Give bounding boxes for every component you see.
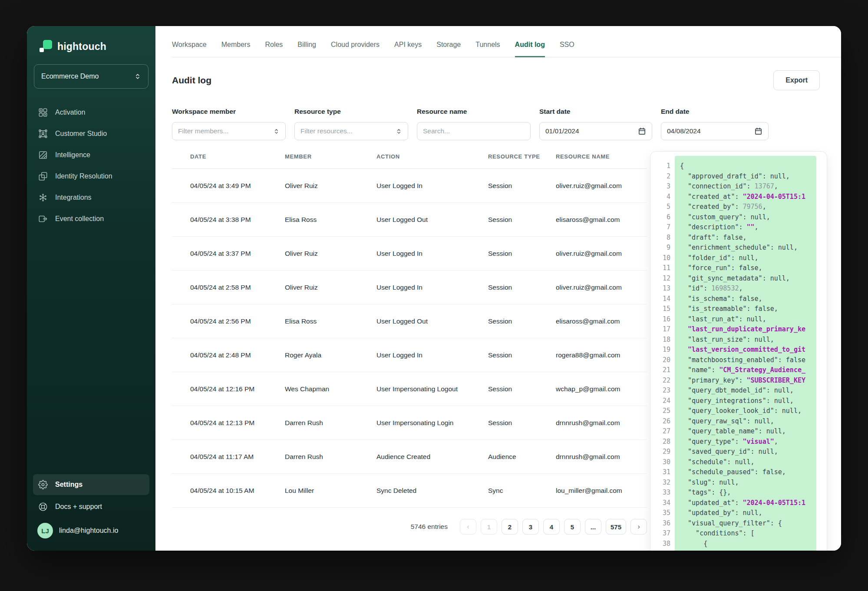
cell-resource-type: Session <box>488 317 556 325</box>
resource-type-select[interactable]: Filter resources... <box>294 122 408 140</box>
cell-member: Oliver Ruiz <box>285 284 376 291</box>
tab-roles[interactable]: Roles <box>265 41 283 57</box>
sidebar-item-integrations[interactable]: Integrations <box>33 187 149 208</box>
page-button-1[interactable]: 1 <box>481 519 497 535</box>
code-line: "query_type": "visual", <box>680 437 816 447</box>
prev-page-button[interactable]: ‹ <box>460 519 476 535</box>
workspace-member-select[interactable]: Filter members... <box>172 122 286 140</box>
tab-workspace[interactable]: Workspace <box>172 41 207 57</box>
tab-members[interactable]: Members <box>221 41 251 57</box>
cell-date: 04/05/24 at 3:49 PM <box>190 182 285 190</box>
table-row[interactable]: 04/05/24 at 12:13 PMDarren RushUser Impe… <box>172 406 647 440</box>
sidebar-item-settings[interactable]: Settings <box>33 474 149 495</box>
audit-entry-json-panel[interactable]: 1234567891011121314151617181920212223242… <box>650 151 827 551</box>
table-row[interactable]: 04/05/24 at 3:38 PMElisa RossUser Logged… <box>172 203 647 237</box>
cell-action: User Logged In <box>376 250 488 258</box>
code-line: "primary_key": "SUBSCRIBER_KEY <box>680 376 816 386</box>
column-header-resource-name: RESOURCE NAME <box>556 153 647 160</box>
page-button-575[interactable]: 575 <box>606 519 626 535</box>
code-line: "query_looker_look_id": null, <box>680 406 816 416</box>
code-line: "is_schema": false, <box>680 294 816 304</box>
code-line: "updated_at": "2024-04-05T15:1 <box>680 498 816 508</box>
activation-icon <box>38 108 48 117</box>
identity-resolution-icon <box>38 172 48 181</box>
table-body: 04/05/24 at 3:49 PMOliver RuizUser Logge… <box>172 169 647 508</box>
cell-resource-type: Session <box>488 216 556 224</box>
ellipsis-button[interactable]: ... <box>585 519 601 535</box>
sidebar-item-label: Integrations <box>55 194 92 201</box>
hightouch-logo[interactable]: hightouch <box>33 40 149 53</box>
tab-api-keys[interactable]: API keys <box>394 41 422 57</box>
filter-label: End date <box>661 108 769 116</box>
table-row[interactable]: 04/05/24 at 3:49 PMOliver RuizUser Logge… <box>172 169 647 203</box>
cell-resource-type: Session <box>488 351 556 359</box>
sidebar-item-identity-resolution[interactable]: Identity Resolution <box>33 165 149 187</box>
cell-date: 04/05/24 at 3:37 PM <box>190 250 285 258</box>
code-line: "connection_id": 13767, <box>680 182 816 192</box>
code-line: "name": "CM_Strategy_Audience_ <box>680 365 816 376</box>
table-row[interactable]: 04/05/24 at 11:17 AMDarren RushAudience … <box>172 440 647 474</box>
page-button-3[interactable]: 3 <box>522 519 539 535</box>
next-page-button[interactable]: › <box>630 519 647 535</box>
filter-resource-name: Resource name <box>417 108 531 140</box>
page-button-2[interactable]: 2 <box>502 519 518 535</box>
sidebar-item-label: Activation <box>55 109 85 116</box>
select-placeholder: Filter members... <box>178 127 228 135</box>
code-line: "git_sync_metadata": null, <box>680 274 816 284</box>
filter-label: Resource type <box>294 108 408 116</box>
cell-resource-type: Sync <box>488 487 556 495</box>
chevron-updown-icon <box>396 128 402 135</box>
sidebar-item-docs-support[interactable]: Docs + support <box>33 496 149 517</box>
workspace-selector[interactable]: Ecommerce Demo <box>34 64 149 89</box>
code-line: "custom_query": null, <box>680 212 816 223</box>
start-date-input[interactable]: 01/01/2024 <box>539 122 652 140</box>
code-line: "created_at": "2024-04-05T15:1 <box>680 192 816 202</box>
chevron-updown-icon <box>134 73 141 80</box>
main-content: WorkspaceMembersRolesBillingCloud provid… <box>155 26 841 551</box>
sidebar-item-activation[interactable]: Activation <box>33 102 149 123</box>
code-line: "last_run_duplicate_primary_ke <box>680 324 816 335</box>
customer-studio-icon <box>38 129 48 139</box>
table-row[interactable]: 04/05/24 at 2:56 PMElisa RossUser Logged… <box>172 304 647 338</box>
tab-sso[interactable]: SSO <box>560 41 574 57</box>
code-line: "slug": null, <box>680 478 816 488</box>
cell-action: User Logged Out <box>376 317 488 325</box>
cell-date: 04/05/24 at 10:15 AM <box>190 487 285 495</box>
tab-cloud-providers[interactable]: Cloud providers <box>331 41 380 57</box>
tab-audit-log[interactable]: Audit log <box>515 41 545 57</box>
table-row[interactable]: 04/05/24 at 2:48 PMRoger AyalaUser Logge… <box>172 338 647 372</box>
hightouch-logo-icon <box>39 40 52 53</box>
cell-member: Lou Miller <box>285 487 376 495</box>
tab-billing[interactable]: Billing <box>297 41 316 57</box>
cell-resource-name: drnnrush@gmail.com <box>556 419 647 427</box>
code-line: "schedule_paused": false, <box>680 467 816 478</box>
page-button-4[interactable]: 4 <box>543 519 560 535</box>
code-line: "query_integrations": null, <box>680 396 816 406</box>
sidebar-item-customer-studio[interactable]: Customer Studio <box>33 123 149 144</box>
page-button-5[interactable]: 5 <box>564 519 581 535</box>
cell-member: Roger Ayala <box>285 351 376 359</box>
code-line: "approved_draft_id": null, <box>680 172 816 182</box>
table-row[interactable]: 04/05/24 at 3:37 PMOliver RuizUser Logge… <box>172 237 647 271</box>
tab-tunnels[interactable]: Tunnels <box>475 41 500 57</box>
lifebuoy-icon <box>38 502 48 512</box>
sidebar-item-label: Event collection <box>55 215 104 223</box>
resource-name-search-input[interactable] <box>417 122 531 140</box>
cell-member: Oliver Ruiz <box>285 182 376 190</box>
table-row[interactable]: 04/05/24 at 10:15 AMLou MillerSync Delet… <box>172 474 647 508</box>
table-row[interactable]: 04/05/24 at 12:16 PMWes ChapmanUser Impe… <box>172 372 647 406</box>
user-menu[interactable]: LJ linda@hightouch.io <box>33 520 149 541</box>
sidebar-item-intelligence[interactable]: Intelligence <box>33 144 149 165</box>
filter-end-date: End date04/08/2024 <box>661 108 769 140</box>
tab-storage[interactable]: Storage <box>436 41 461 57</box>
select-placeholder: Filter resources... <box>300 127 353 135</box>
end-date-input[interactable]: 04/08/2024 <box>661 122 769 140</box>
table-row[interactable]: 04/05/24 at 2:58 PMOliver RuizUser Logge… <box>172 271 647 304</box>
cell-date: 04/05/24 at 3:38 PM <box>190 216 285 224</box>
sidebar-item-label: Intelligence <box>55 151 90 159</box>
cell-resource-type: Session <box>488 284 556 291</box>
export-button[interactable]: Export <box>773 70 820 90</box>
sidebar-item-event-collection[interactable]: Event collection <box>33 208 149 229</box>
code-line: "schedule": null, <box>680 457 816 468</box>
cell-action: User Impersonating Logout <box>376 385 488 393</box>
